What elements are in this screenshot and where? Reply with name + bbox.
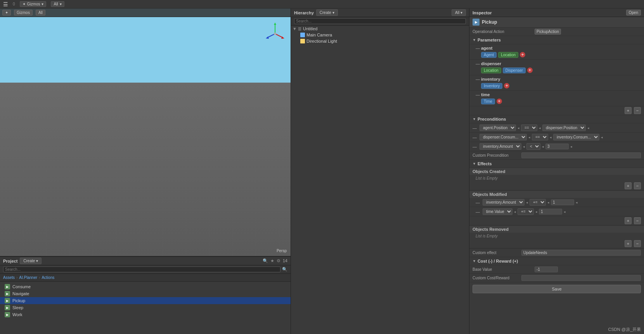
project-item-sleep[interactable]: ▶Sleep [0,304,291,311]
project-panel: Project Create ▾ 🔍 ★ ⚙ 14 🔍 Assets › AI.… [0,256,291,334]
hierarchy-search-input[interactable] [294,18,466,24]
param-time-tags: Time + [476,99,641,104]
save-button[interactable]: Save [473,285,641,293]
svg-point-6 [274,33,276,35]
param-remove-ctrl-button[interactable]: − [634,107,641,114]
project-item-pickup[interactable]: ▶Pickup [0,297,291,304]
param-add-ctrl-button[interactable]: + [625,107,632,114]
custom-cost-row: Custom Cost/Reward [469,274,644,282]
hierarchy-all-tab[interactable]: All ▾ [452,9,466,16]
objects-removed-remove-button[interactable]: − [634,240,641,247]
param-agent-tags: Agent Location + [476,52,641,58]
breadcrumb-assets[interactable]: Assets [3,275,15,280]
custom-precondition-input[interactable] [521,152,641,158]
param-inventory-add-button[interactable]: + [504,83,509,88]
precond-0-right[interactable]: dispenser.Position [542,125,586,131]
param-dispenser-add-button[interactable]: + [527,67,533,73]
inspector-header: Inspector Open [469,9,644,17]
search-icon[interactable]: 🔍 [263,258,268,263]
project-item-label: Consume [12,284,31,289]
project-search-input[interactable] [3,267,280,272]
all-group[interactable]: All ▾ [51,1,64,7]
create-tab[interactable]: Create ▾ [20,258,42,264]
project-item-icon: ▶ [5,298,10,303]
param-group-dispenser: — dispenser Location Dispenser + [469,60,644,75]
bookmark-icon[interactable]: ★ [270,258,274,263]
objects-modified-remove-button[interactable]: − [634,217,641,224]
project-item-work[interactable]: ▶Work [0,311,291,318]
objects-created-add-button[interactable]: + [625,182,632,189]
custom-effect-row: Custom effect [469,249,644,257]
gizmos-toolbar-btn[interactable]: Gizmos [14,10,33,16]
project-item-navigate[interactable]: ▶Navigate [0,290,291,297]
hierarchy-directional-light[interactable]: Directional Light [291,38,469,44]
effects-section-header[interactable]: ▼ Effects [469,160,644,168]
custom-precondition-label: Custom Precondition [473,153,519,157]
project-item-label: Navigate [12,291,29,296]
menu-icon[interactable]: ☰ [3,1,8,7]
breadcrumb-aiplanner[interactable]: AI.Planner [19,275,37,280]
precond-1-left[interactable]: dispenser.Consum... [480,134,527,140]
effect-1-value[interactable] [539,209,562,215]
custom-effect-input[interactable] [521,250,641,256]
param-inventory-tag-inventory: Inventory [481,83,502,89]
param-time-add-button[interactable]: + [497,99,502,104]
param-section-controls: + − [469,106,644,115]
precond-2-right[interactable] [545,144,569,149]
count-badge: 14 [283,258,287,263]
precond-1-right[interactable]: inventory.Consum... [553,134,599,140]
scene-view[interactable]: ✦ Gizmos All Persp [0,9,291,256]
param-agent-add-button[interactable]: + [520,52,525,57]
precond-1-op[interactable]: == [532,134,548,140]
effect-0-value[interactable] [551,199,574,205]
project-list: ▶Consume▶Navigate▶Pickup▶Sleep▶Work [0,282,291,334]
cost-reward-arrow-icon: ▼ [473,259,476,263]
objects-modified-add-button[interactable]: + [625,217,632,224]
all-toolbar-btn[interactable]: All [36,10,45,16]
effect-1-op[interactable]: += [518,208,534,215]
hierarchy-main-camera[interactable]: Main Camera [291,32,469,38]
chevron-down-icon: ▾ [42,2,43,6]
objects-removed-empty: List is Empty [469,233,644,239]
param-agent-tag-agent: Agent [481,52,497,58]
custom-precondition-row: Custom Precondition [469,151,644,160]
custom-cost-input[interactable] [521,275,641,281]
effect-0-op[interactable]: += [530,199,546,206]
parameters-arrow-icon: ▼ [473,38,476,42]
scene-grid [0,83,291,256]
custom-effect-label: Custom effect [473,251,519,255]
inspector-body: ▶ Pickup Operational Action PickupAction… [469,17,644,334]
objects-created-controls: + − [469,182,644,190]
gizmos-icon: ✦ [23,2,26,6]
hierarchy-title: Hierarchy [294,10,314,15]
param-group-inventory: — inventory Inventory + [469,75,644,91]
objects-removed-add-button[interactable]: + [625,240,632,247]
breadcrumb-actions[interactable]: Actions [42,275,54,280]
hierarchy-panel: Hierarchy Create ▾ All ▾ ▼ ☰ Untitled Ma… [291,9,469,334]
hierarchy-create-tab[interactable]: Create ▾ [316,9,338,16]
hierarchy-untitled[interactable]: ▼ ☰ Untitled [291,26,469,32]
scene-name-label: Untitled [303,26,317,31]
base-value-input[interactable] [535,267,558,272]
effect-0-field[interactable]: inventory.Amount [483,199,525,206]
objects-removed-controls: + − [469,239,644,248]
gizmos-group[interactable]: ✦ Gizmos ▾ [20,1,47,7]
scene-toolbar-btn[interactable]: ✦ [2,10,11,16]
objects-created-header: Objects Created [469,168,644,175]
precond-2-op[interactable]: < [526,143,540,150]
precond-row-0: — agent.Position ◂ == ◂ dispenser.Positi… [469,123,644,133]
precond-0-left[interactable]: agent.Position [480,125,516,131]
precond-2-left[interactable]: inventory.Amount [480,143,521,150]
open-button[interactable]: Open [626,10,641,16]
project-item-consume[interactable]: ▶Consume [0,283,291,290]
effect-1-field[interactable]: time.Value [483,208,512,215]
preconditions-section-header[interactable]: ▼ Preconditions [469,115,644,123]
cost-reward-section-header[interactable]: ▼ Cost (-) / Reward (+) [469,257,644,265]
effects-title: Effects [478,161,492,166]
parameters-section-header[interactable]: ▼ Parameters [469,36,644,44]
objects-created-remove-button[interactable]: − [634,182,641,189]
light-icon [300,39,305,43]
settings-icon[interactable]: ⚙ [277,258,280,263]
precond-0-op[interactable]: == [521,125,537,131]
operational-action-dropdown[interactable]: PickupAction [535,29,561,35]
